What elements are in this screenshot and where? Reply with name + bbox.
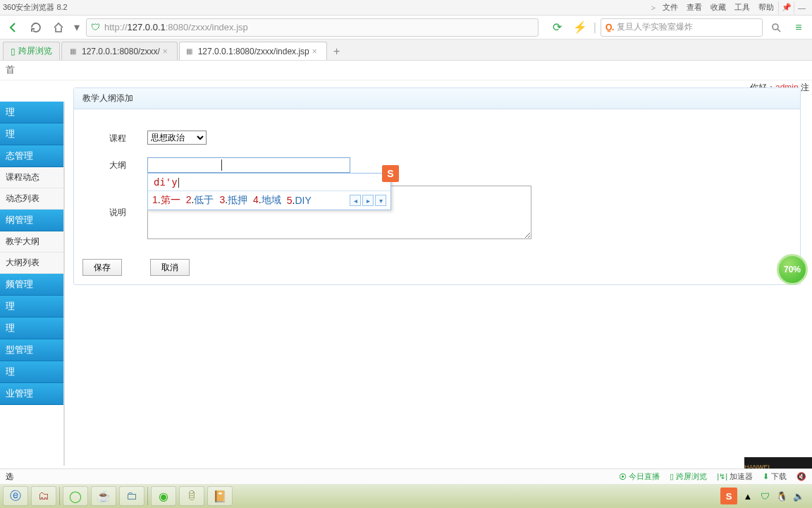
ime-more-icon[interactable]: ▾ [375,195,386,206]
status-mute-icon[interactable]: 🔇 [796,472,806,481]
course-select[interactable]: 思想政治 [147,131,207,145]
label-course: 课程 [109,131,147,145]
menu-file[interactable]: 文件 [663,2,678,13]
window-titlebar: 360安全浏览器 8.2 > 文件 查看 收藏 工具 帮助 📌 — [0,0,812,16]
status-accel[interactable]: |↯|加速器 [717,471,753,482]
save-button[interactable]: 保存 [82,259,122,276]
titlebar-chevron: > [651,4,656,12]
search-engine-icon: O̤. [605,23,614,32]
sidebar: 理 理 态管理 课程动态 动态列表 纲管理 教学大纲 大纲列表 频管理 理 理 … [0,102,65,466]
ime-candidate[interactable]: 4.地域 [253,194,281,207]
flash-icon[interactable]: ⚡ [571,18,589,37]
sidebar-cat[interactable]: 纲管理 [0,210,63,231]
search-button[interactable] [767,19,785,36]
sidebar-sub[interactable]: 动态列表 [0,188,63,210]
taskbar-app2-icon[interactable]: ◉ [151,486,176,506]
mobile-icon: ▯ [11,47,16,56]
page-icon: ▦ [68,47,78,56]
breadcrumb: 首 [0,61,812,80]
svg-point-0 [773,24,778,30]
tray-vol-icon[interactable]: 🔈 [792,490,805,502]
taskbar-app-icon[interactable]: 🗂 [31,486,56,506]
content-area: 教学人纲添加 课程 思想政治 大纲 S d [65,80,812,466]
status-bar: 选 ⦿今日直播 ▯跨屏浏览 |↯|加速器 ⬇下载 🔇 [0,468,812,484]
menu-fav[interactable]: 收藏 [710,2,726,13]
tab-label: 跨屏浏览 [18,45,52,57]
search-box[interactable]: O̤. 复旦人学实验室爆炸 [601,18,763,37]
tab-pinned[interactable]: ▯ 跨屏浏览 [3,42,60,60]
tab-strip: ▯ 跨屏浏览 ▦ 127.0.0.1:8080/zxxx/ × ▦ 127.0.… [0,40,812,61]
speedup-badge[interactable]: 70% [777,254,808,285]
menu-view[interactable]: 查看 [687,2,702,13]
tray-shield-icon[interactable]: 🛡 [758,490,771,502]
status-live[interactable]: ⦿今日直播 [619,471,660,482]
page-icon: ▦ [185,47,194,56]
sidebar-sub[interactable]: 教学大纲 [0,231,63,253]
svg-line-1 [777,29,780,32]
taskbar-ie-icon[interactable]: ⓔ [3,486,28,506]
minimize-button[interactable]: — [794,1,809,14]
close-icon[interactable]: × [163,47,173,56]
breadcrumb-text: 首 [6,64,15,75]
taskbar-note-icon[interactable]: 📔 [207,486,233,506]
ime-prev-icon[interactable]: ◂ [350,195,361,206]
label-outline: 大纲 [109,157,147,171]
sidebar-sub[interactable]: 课程动态 [0,167,63,188]
close-icon[interactable]: × [312,47,322,56]
tab-label: 127.0.0.1:8080/zxxx/ [82,47,160,56]
tab-2-active[interactable]: ▦ 127.0.0.1:8080/zxxx/index.jsp × [179,42,327,60]
sidebar-cat[interactable]: 理 [0,102,63,123]
menu-tools[interactable]: 工具 [734,2,750,13]
label-desc: 说明 [109,186,147,219]
tray-qq-icon[interactable]: 🐧 [775,490,788,502]
text-caret [221,159,222,171]
browser-toolbar: ▾ 🛡 http://127.0.0.1:8080/zxxx/index.jsp… [0,16,812,40]
ime-popup: S di'y 1.第一 2.低于 3.抵押 4.地域 5.DIY ◂ ▸ [147,173,391,210]
tab-label: 127.0.0.1:8080/zxxx/index.jsp [198,47,309,56]
new-tab-button[interactable]: + [328,43,345,60]
address-bar[interactable]: 🛡 http://127.0.0.1:8080/zxxx/index.jsp [86,18,539,37]
ime-candidate[interactable]: 2.低于 [186,194,214,207]
url-text: http://127.0.0.1:8080/zxxx/index.jsp [104,22,248,32]
form-panel: 教学人纲添加 课程 思想政治 大纲 S d [73,87,801,285]
sidebar-sub[interactable]: 大纲列表 [0,253,63,274]
taskbar-db-icon[interactable]: 🛢 [179,486,204,506]
shield-icon: 🛡 [91,22,100,32]
system-tray: S ▲ 🛡 🐧 🔈 [720,488,809,504]
sidebar-cat[interactable]: 型管理 [0,339,63,361]
tray-up-icon[interactable]: ▲ [742,490,754,502]
status-download[interactable]: ⬇下载 [763,471,787,482]
sidebar-cat[interactable]: 业管理 [0,383,63,405]
ime-candidate[interactable]: 5.DIY [287,195,312,206]
sidebar-cat[interactable]: 理 [0,123,63,145]
dropdown-button[interactable]: ▾ [72,18,82,37]
outline-input[interactable] [147,157,350,173]
app-name: 360安全浏览器 8.2 [3,2,68,13]
back-button[interactable] [4,18,23,37]
refresh-button[interactable] [27,18,45,37]
taskbar-360-icon[interactable]: ◯ [63,486,88,506]
sidebar-cat[interactable]: 频管理 [0,274,63,296]
tray-sogou-icon[interactable]: S [720,488,737,504]
ime-next-icon[interactable]: ▸ [362,195,374,206]
status-text: 选 [6,471,13,482]
sidebar-cat[interactable]: 态管理 [0,145,63,167]
sogou-logo-icon: S [382,165,399,182]
menu-help[interactable]: 帮助 [758,2,774,13]
sync-icon[interactable]: ⟳ [548,18,567,37]
ime-candidate[interactable]: 3.抵押 [219,194,247,207]
taskbar: ⓔ 🗂 ◯ ☕ 🗀 ◉ 🛢 📔 S ▲ 🛡 🐧 🔈 [0,484,812,508]
search-placeholder: 复旦人学实验室爆炸 [617,21,693,33]
tab-1[interactable]: ▦ 127.0.0.1:8080/zxxx/ × [61,42,178,60]
ime-candidate[interactable]: 1.第一 [152,194,180,207]
menu-icon[interactable]: ≡ [789,18,808,37]
cancel-button[interactable]: 取消 [150,259,190,276]
home-button[interactable] [49,18,68,37]
sidebar-cat[interactable]: 理 [0,318,63,339]
status-crossscreen[interactable]: ▯跨屏浏览 [670,471,707,482]
taskbar-explorer-icon[interactable]: 🗀 [119,486,144,506]
taskbar-java-icon[interactable]: ☕ [91,486,116,506]
pin-button[interactable]: 📌 [778,1,794,14]
sidebar-cat[interactable]: 理 [0,361,63,383]
sidebar-cat[interactable]: 理 [0,296,63,318]
